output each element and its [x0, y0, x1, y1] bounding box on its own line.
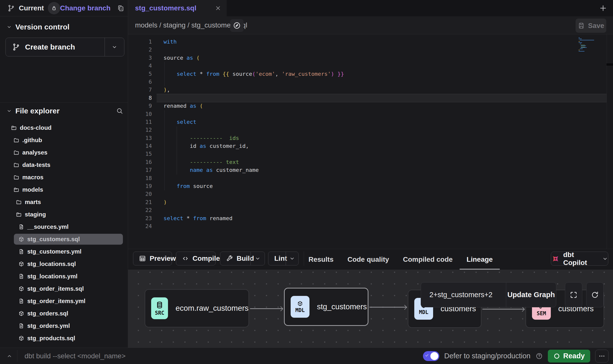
tree-item-stg-order-items-sql[interactable]: stg_order_items.sql — [0, 283, 128, 295]
code-line-17[interactable]: 17 name as customer_name — [128, 166, 613, 174]
dbt-copilot-button[interactable]: dbt Copilot — [551, 252, 608, 266]
tab-results[interactable]: Results — [302, 249, 340, 270]
code-line-20[interactable]: 20 — [128, 190, 613, 198]
code-line-19[interactable]: 19 from source — [128, 182, 613, 190]
more-options-button[interactable] — [595, 350, 609, 363]
file-tree: docs-cloud.githubanalysesdata-testsmacro… — [0, 122, 128, 344]
fullscreen-icon[interactable] — [565, 282, 582, 307]
change-branch-link[interactable]: Change branch — [60, 4, 111, 12]
code-line-15[interactable]: 15 — [128, 150, 613, 158]
tree-item-stg-orders-yml[interactable]: stg_orders.yml — [0, 320, 128, 332]
tree-item-stg-customers-sql[interactable]: stg_customers.sql — [0, 233, 128, 245]
lineage-node-ecom-raw-customers[interactable]: SRCecom.raw_customers — [145, 289, 249, 327]
line-number: 22 — [128, 206, 152, 214]
tab-compiled-code[interactable]: Compiled code — [396, 249, 460, 270]
tree-item-label: stg_customers.yml — [27, 248, 82, 255]
code-line-11[interactable]: 11 select — [128, 118, 613, 126]
tree-item--sources-yml[interactable]: __sources.yml — [0, 221, 128, 233]
code-line-12[interactable]: 12 — [128, 126, 613, 134]
file-explorer-section[interactable]: File explorer — [0, 105, 128, 117]
code-line-2[interactable]: 2 — [128, 46, 613, 54]
code-line-5[interactable]: 5 select * from {{ source('ecom', 'raw_c… — [128, 70, 613, 78]
code-line-13[interactable]: 13 ---------- ids — [128, 134, 613, 142]
lineage-filter-input[interactable]: 2+stg_customers+2 — [421, 283, 506, 307]
result-tabs: ResultsCode qualityCompiled codeLineage — [302, 249, 500, 270]
tree-item-stg-locations-yml[interactable]: stg_locations.yml — [0, 270, 128, 283]
code-line-23[interactable]: 23select * from renamed — [128, 214, 613, 222]
tree-item-stg-customers-yml[interactable]: stg_customers.yml — [0, 245, 128, 258]
tab-lineage[interactable]: Lineage — [460, 249, 500, 270]
close-icon[interactable] — [215, 5, 221, 11]
line-number: 2 — [128, 46, 152, 54]
compile-button[interactable]: Compile — [176, 252, 216, 265]
code-line-9[interactable]: 9renamed as ( — [128, 102, 613, 110]
line-number: 21 — [128, 198, 152, 206]
tree-item--github[interactable]: .github — [0, 134, 128, 146]
tree-item-docs-cloud[interactable]: docs-cloud — [0, 122, 128, 134]
code-line-3[interactable]: 3source as ( — [128, 54, 613, 62]
defer-toggle[interactable] — [423, 351, 439, 361]
code-line-4[interactable]: 4 — [128, 62, 613, 70]
line-number: 17 — [128, 166, 152, 174]
update-graph-button[interactable]: Update Graph — [506, 283, 556, 307]
tree-item-label: macros — [22, 174, 43, 181]
minimap[interactable] — [579, 37, 606, 57]
save-button[interactable]: Save — [576, 19, 606, 33]
tree-item-marts[interactable]: marts — [0, 196, 128, 208]
lint-label: Lint — [274, 255, 287, 262]
code-line-21[interactable]: 21) — [128, 198, 613, 206]
tree-item-stg-locations-sql[interactable]: stg_locations.sql — [0, 258, 128, 270]
chevron-down-icon[interactable] — [286, 252, 298, 265]
tree-item-stg-order-items-yml[interactable]: stg_order_items.yml — [0, 295, 128, 307]
lint-button[interactable]: Lint — [268, 252, 299, 265]
tree-item-macros[interactable]: macros — [0, 171, 128, 183]
code-line-10[interactable]: 10 — [128, 110, 613, 118]
copy-icon[interactable] — [117, 4, 124, 12]
sidebar: Current Change branch Version control Cr… — [0, 0, 128, 348]
tree-item-stg-orders-sql[interactable]: stg_orders.sql — [0, 307, 128, 320]
lineage-node-stg-customers[interactable]: MDLstg_customers — [284, 288, 368, 326]
tree-item-stg-products-sql[interactable]: stg_products.sql — [0, 332, 128, 344]
code-line-18[interactable]: 18 — [128, 174, 613, 182]
tab-title: stg_customers.sql — [135, 4, 196, 12]
branch-bar: Current Change branch — [0, 0, 128, 16]
copilot-edit-icon[interactable] — [230, 19, 244, 32]
version-control-section[interactable]: Version control — [0, 21, 128, 33]
code-line-14[interactable]: 14 id as customer_id, — [128, 142, 613, 150]
chevron-down-icon[interactable] — [105, 38, 124, 56]
tree-item-staging[interactable]: staging — [0, 208, 128, 221]
line-number: 15 — [128, 150, 152, 158]
compile-label: Compile — [193, 255, 220, 262]
code-line-8[interactable]: 8 — [128, 94, 613, 102]
code-editor[interactable]: 1with23source as (45 select * from {{ so… — [128, 34, 613, 249]
preview-button[interactable]: Preview — [133, 252, 172, 265]
code-line-6[interactable]: 6 — [128, 78, 613, 86]
code-line-1[interactable]: 1with — [128, 38, 613, 46]
dbt-copilot-label: dbt Copilot — [563, 251, 599, 267]
code-line-22[interactable]: 22 — [128, 206, 613, 214]
tab-stg-customers-sql[interactable]: stg_customers.sql — [128, 0, 227, 16]
code-line-24[interactable]: 24 — [128, 222, 613, 230]
create-branch-button[interactable]: Create branch — [5, 38, 124, 56]
tree-item-models[interactable]: models — [0, 183, 128, 196]
search-icon[interactable] — [116, 107, 123, 115]
minimap-line — [579, 37, 580, 38]
chevron-down-icon[interactable] — [251, 252, 265, 265]
code-line-7[interactable]: 7), — [128, 86, 613, 94]
command-input[interactable]: dbt build --select <model_name> — [25, 348, 126, 364]
chevron-up-icon[interactable] — [5, 348, 14, 364]
tab-code-quality[interactable]: Code quality — [340, 249, 396, 270]
check-icon — [424, 353, 429, 358]
tree-item-analyses[interactable]: analyses — [0, 146, 128, 159]
line-number: 20 — [128, 190, 152, 198]
tree-item-label: marts — [25, 199, 41, 206]
circle-icon — [553, 353, 560, 360]
tree-item-data-tests[interactable]: data-tests — [0, 159, 128, 171]
refresh-icon[interactable] — [586, 282, 604, 307]
build-button[interactable]: Build — [220, 252, 265, 265]
tree-item-label: __sources.yml — [27, 223, 69, 230]
code-line-16[interactable]: 16 ---------- text — [128, 158, 613, 166]
lineage-panel[interactable]: SRCecom.raw_customersMDLstg_customersMDL… — [128, 270, 613, 348]
new-tab-button[interactable] — [597, 2, 609, 14]
help-icon[interactable] — [535, 352, 543, 360]
